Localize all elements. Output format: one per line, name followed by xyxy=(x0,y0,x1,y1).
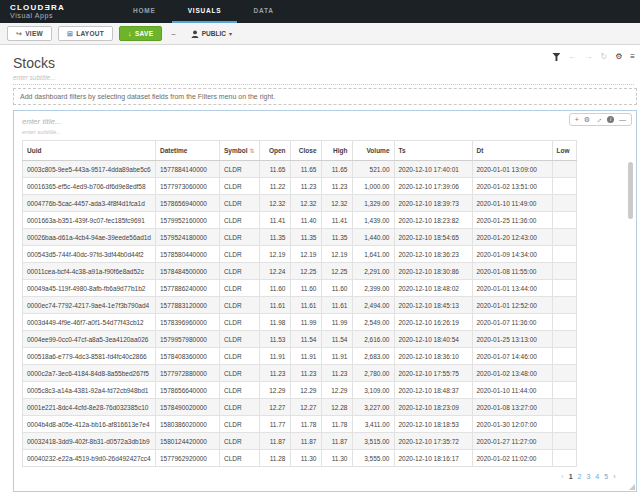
cell-datetime: 1580124420000 xyxy=(155,433,219,450)
cell-datetime: 1577884140000 xyxy=(155,161,219,178)
cell-close: 11.30 xyxy=(290,450,321,467)
cell-close: 11.61 xyxy=(290,297,321,314)
layout-label: LAYOUT xyxy=(76,30,104,37)
table-visual-widget[interactable]: + ⚙ ↔ i — enter title... enter subtitle.… xyxy=(13,110,637,492)
cell-symbol: CLDR xyxy=(219,263,259,280)
layout-button[interactable]: ⊞ LAYOUT xyxy=(58,26,113,41)
cell-uuid: 0003c805-9ee5-443a-9517-4dda89abe5c6 xyxy=(23,161,156,178)
cell-low xyxy=(552,416,576,433)
save-button[interactable]: ↓ SAVE xyxy=(119,26,162,41)
save-icon: ↓ xyxy=(128,30,132,37)
cell-volume: 3,109.00 xyxy=(352,382,394,399)
cell-close: 11.87 xyxy=(290,433,321,450)
collapse-icon[interactable]: — xyxy=(619,116,626,123)
cell-close: 11.65 xyxy=(290,161,321,178)
cell-open: 11.77 xyxy=(259,416,290,433)
cell-ts: 2020-12-10 17:55:75 xyxy=(394,365,472,382)
column-header-uuid[interactable]: Uuid xyxy=(23,141,156,161)
cell-symbol: CLDR xyxy=(219,416,259,433)
table-row: 0004ee99-0cc0-47cf-a8a5-3ea4120aa0261579… xyxy=(23,331,577,348)
widget-subtitle-input[interactable]: enter subtitle... xyxy=(22,129,628,135)
page-next[interactable]: › xyxy=(613,473,615,480)
cell-volume: 3,227.00 xyxy=(352,399,394,416)
cell-dt: 2020-01-02 13:51:00 xyxy=(472,178,552,195)
menu-icon[interactable]: ≡ xyxy=(630,53,635,61)
page-4[interactable]: 4 xyxy=(595,473,599,480)
cell-close: 11.23 xyxy=(290,178,321,195)
dashboard-title[interactable]: Stocks xyxy=(13,55,637,71)
page-prev[interactable]: ‹ xyxy=(561,473,563,480)
cell-volume: 521.00 xyxy=(352,161,394,178)
cell-volume: 2,291.00 xyxy=(352,263,394,280)
add-icon[interactable]: + xyxy=(575,116,579,123)
cell-high: 12.19 xyxy=(321,246,352,263)
cell-datetime: 1577886240000 xyxy=(155,280,219,297)
cloudera-logo[interactable]: CLOUDƎRA Visual Apps xyxy=(0,0,75,23)
widget-title-input[interactable]: enter title... xyxy=(22,117,628,126)
table-body: 0003c805-9ee5-443a-9517-4dda89abe5c61577… xyxy=(23,161,577,467)
cell-dt: 2020-01-25 11:36:00 xyxy=(472,212,552,229)
widget-toolbar: + ⚙ ↔ i — xyxy=(569,113,632,126)
page-3[interactable]: 3 xyxy=(586,473,590,480)
more-menu-button[interactable]: – xyxy=(168,29,178,38)
page-5[interactable]: 5 xyxy=(604,473,608,480)
cell-symbol: CLDR xyxy=(219,246,259,263)
widget-gear-icon[interactable]: ⚙ xyxy=(584,116,590,123)
refresh-icon[interactable]: ↻ xyxy=(600,53,607,61)
cell-close: 12.25 xyxy=(290,263,321,280)
public-dropdown[interactable]: PUBLIC ▾ xyxy=(185,30,238,38)
cell-datetime: 1580386020000 xyxy=(155,416,219,433)
view-button[interactable]: ↪ VIEW xyxy=(7,26,52,41)
cell-volume: 3,515.00 xyxy=(352,433,394,450)
nav-visuals[interactable]: VISUALS xyxy=(172,0,238,23)
cell-datetime: 1578580440000 xyxy=(155,246,219,263)
cell-open: 11.87 xyxy=(259,433,290,450)
column-header-volume[interactable]: Volume xyxy=(352,141,394,161)
cell-uuid: 00011cea-bcf4-4c38-a91a-f90f6e8ad52c xyxy=(23,263,156,280)
cell-ts: 2020-12-10 18:36:10 xyxy=(394,348,472,365)
cell-open: 11.65 xyxy=(259,161,290,178)
back-icon[interactable]: ← xyxy=(568,53,576,61)
expand-icon[interactable]: ↔ xyxy=(594,115,604,125)
nav-home[interactable]: HOME xyxy=(117,0,172,23)
cell-dt: 2020-01-08 11:55:00 xyxy=(472,263,552,280)
nav-data[interactable]: DATA xyxy=(237,0,289,23)
cell-low xyxy=(552,212,576,229)
column-header-low[interactable]: Low xyxy=(552,141,576,161)
cell-low xyxy=(552,280,576,297)
cell-symbol: CLDR xyxy=(219,450,259,467)
table-row: 0003c805-9ee5-443a-9517-4dda89abe5c61577… xyxy=(23,161,577,178)
save-label: SAVE xyxy=(135,30,153,37)
cell-uuid: 0005c8c3-a14a-4381-92a4-fd72cb948bd1 xyxy=(23,382,156,399)
layout-icon: ⊞ xyxy=(67,30,73,38)
page-2[interactable]: 2 xyxy=(578,473,582,480)
column-header-dt[interactable]: Dt xyxy=(472,141,552,161)
column-header-symbol[interactable]: Symbol⇅ xyxy=(219,141,259,161)
cell-datetime: 1577883120000 xyxy=(155,297,219,314)
resize-handle[interactable] xyxy=(629,484,635,490)
cell-high: 12.25 xyxy=(321,263,352,280)
dashboard-subtitle-input[interactable]: enter subtitle... xyxy=(13,74,634,85)
column-header-ts[interactable]: Ts xyxy=(394,141,472,161)
main-nav: HOME VISUALS DATA xyxy=(117,0,290,23)
cell-uuid: 000543d5-744f-40dc-97fd-3df44b0d44f2 xyxy=(23,246,156,263)
info-icon[interactable]: i xyxy=(607,116,614,123)
filter-icon[interactable] xyxy=(552,53,560,61)
cell-volume: 1,641.00 xyxy=(352,246,394,263)
cell-uuid: 00049a45-119f-4980-8afb-fb6a9d77b1b2 xyxy=(23,280,156,297)
gear-icon[interactable]: ⚙ xyxy=(615,53,622,61)
column-header-open[interactable]: Open xyxy=(259,141,290,161)
cell-datetime: 1578490020000 xyxy=(155,399,219,416)
cell-symbol: CLDR xyxy=(219,212,259,229)
column-header-datetime[interactable]: Datetime xyxy=(155,141,219,161)
cell-open: 12.27 xyxy=(259,399,290,416)
column-header-close[interactable]: Close xyxy=(290,141,321,161)
forward-icon[interactable]: → xyxy=(584,53,592,61)
page-1[interactable]: 1 xyxy=(569,473,573,480)
logo-subtitle: Visual Apps xyxy=(10,12,65,20)
column-header-high[interactable]: High xyxy=(321,141,352,161)
vertical-scrollbar-thumb[interactable] xyxy=(628,162,633,219)
table-row: 0005c8c3-a14a-4381-92a4-fd72cb948bd11578… xyxy=(23,382,577,399)
cell-ts: 2020-12-10 18:40:54 xyxy=(394,331,472,348)
sort-icon[interactable]: ⇅ xyxy=(249,148,254,154)
